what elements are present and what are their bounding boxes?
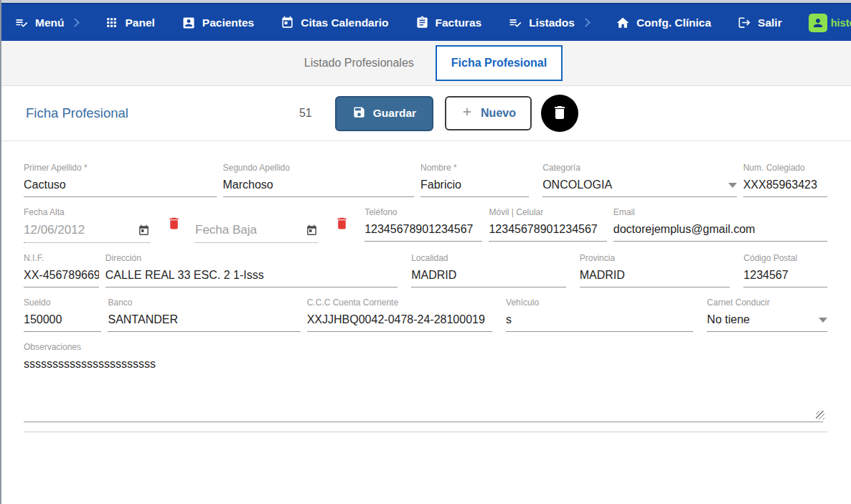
fecha-baja-input[interactable]: Fecha Baja: [195, 221, 318, 243]
professional-form: Primer Apellido * Segundo Apellido Nombr…: [1, 141, 851, 432]
delete-record-button[interactable]: [541, 95, 578, 132]
field-banco: Banco: [108, 298, 300, 332]
chevron-down-icon: [728, 183, 737, 188]
num-colegiado-input[interactable]: [743, 176, 827, 197]
sueldo-input[interactable]: [24, 311, 101, 332]
provincia-input[interactable]: [580, 267, 730, 287]
nav-item-pacientes[interactable]: Pacientes: [182, 16, 254, 30]
save-button[interactable]: Guardar: [335, 96, 433, 131]
nav-item-salir[interactable]: Salir: [738, 16, 782, 29]
direccion-input[interactable]: [105, 267, 398, 287]
form-row-3: N.I.F. Dirección Localidad Provincia Cód…: [24, 253, 827, 287]
user-icon: [809, 14, 827, 32]
app-window: Menú Panel Pacientes Citas Calendario Fa…: [0, 0, 851, 504]
field-label: Categoría: [542, 163, 736, 173]
field-label: Email: [613, 207, 827, 217]
email-input[interactable]: [613, 221, 827, 242]
field-label: Provincia: [580, 253, 730, 263]
field-provincia: Provincia: [580, 253, 730, 287]
field-categoria: Categoría ONCOLOGIA: [542, 163, 736, 197]
field-fecha-baja: Fecha Baja: [195, 207, 318, 243]
save-floppy-icon: [352, 105, 366, 122]
field-label: Fecha Alta: [24, 207, 150, 217]
field-telefono: Teléfono: [365, 207, 482, 243]
field-label: Segundo Apellido: [223, 163, 415, 173]
fecha-alta-input[interactable]: 12/06/2012: [24, 221, 150, 243]
playlist-check-icon: [14, 16, 29, 30]
tab-listado-profesionales[interactable]: Listado Profesionales: [290, 47, 428, 80]
save-button-label: Guardar: [373, 107, 416, 120]
fecha-baja-placeholder: Fecha Baja: [195, 223, 306, 237]
ccc-input[interactable]: [307, 311, 492, 332]
nav-item-label: Facturas: [436, 16, 482, 29]
resize-handle[interactable]: [816, 411, 824, 419]
field-label: Localidad: [411, 253, 566, 263]
field-codigo-postal: Código Postal: [743, 253, 827, 287]
grid-icon: [105, 16, 118, 29]
field-primer-apellido: Primer Apellido *: [24, 163, 217, 197]
record-id: 51: [299, 107, 312, 120]
nav-item-listados[interactable]: Listados: [508, 16, 589, 30]
codigo-postal-input[interactable]: [743, 267, 827, 287]
field-vehiculo: Vehículo: [506, 298, 693, 332]
banco-input[interactable]: [108, 311, 300, 332]
clear-fecha-alta-button[interactable]: [166, 207, 182, 239]
nav-item-label: Menú: [35, 16, 64, 29]
field-ccc: C.C.C Cuenta Corriente: [307, 298, 492, 332]
page-title: Ficha Profesional: [26, 105, 128, 121]
nombre-input[interactable]: [420, 176, 529, 197]
nav-item-confg-clinica[interactable]: Confg. Clínica: [616, 16, 711, 30]
nav-item-menu[interactable]: Menú: [14, 16, 78, 30]
localidad-input[interactable]: [411, 267, 566, 287]
field-label: Dirección: [105, 253, 398, 263]
field-label: Num. Colegiado: [743, 163, 827, 173]
nav-item-citas-calendario[interactable]: Citas Calendario: [281, 16, 388, 29]
primer-apellido-input[interactable]: [24, 176, 217, 197]
field-movil: Móvil | Celular: [489, 207, 606, 243]
field-label: Nombre *: [420, 163, 529, 173]
observaciones-textarea[interactable]: sssssssssssssssssssssss: [24, 356, 823, 422]
field-label: Carnet Conducir: [707, 298, 827, 308]
nav-item-label: Listados: [529, 16, 575, 29]
movil-input[interactable]: [489, 221, 606, 242]
carnet-conducir-select[interactable]: No tiene: [707, 311, 827, 332]
field-segundo-apellido: Segundo Apellido: [223, 163, 415, 197]
tab-bar: Listado Profesionales Ficha Profesional: [1, 41, 851, 86]
field-observaciones: Observaciones sssssssssssssssssssssss: [24, 342, 827, 425]
nav-item-facturas[interactable]: Facturas: [415, 16, 482, 29]
clear-fecha-baja-button[interactable]: [334, 207, 349, 239]
nif-input[interactable]: [24, 267, 99, 287]
new-button-label: Nuevo: [481, 107, 516, 120]
nav-item-label: Panel: [125, 16, 154, 29]
new-button[interactable]: Nuevo: [445, 96, 532, 130]
field-label: Vehículo: [506, 298, 693, 308]
categoria-select[interactable]: ONCOLOGIA: [542, 176, 736, 197]
plus-icon: [461, 105, 474, 121]
vehiculo-input[interactable]: [506, 311, 693, 332]
segundo-apellido-input[interactable]: [223, 176, 415, 197]
field-localidad: Localidad: [411, 253, 566, 287]
top-navbar: Menú Panel Pacientes Citas Calendario Fa…: [1, 3, 851, 41]
carnet-conducir-value: No tiene: [707, 313, 814, 326]
nav-item-panel[interactable]: Panel: [105, 16, 154, 29]
field-label: Observaciones: [24, 342, 827, 352]
nav-item-label: Salir: [758, 16, 782, 29]
field-direccion: Dirección: [105, 253, 398, 287]
user-badge[interactable]: historiasclinicasin: [809, 14, 851, 32]
field-nif: N.I.F.: [24, 253, 99, 287]
telefono-input[interactable]: [365, 221, 482, 242]
tab-ficha-profesional[interactable]: Ficha Profesional: [436, 45, 563, 81]
clipboard-icon: [415, 16, 429, 29]
field-label: Primer Apellido *: [24, 163, 217, 173]
nav-item-label: Confg. Clínica: [636, 16, 711, 29]
form-row-2: Fecha Alta 12/06/2012 Fecha Baja Teléfon…: [24, 207, 827, 243]
field-email: Email: [613, 207, 827, 243]
calendar-picker-icon[interactable]: [306, 224, 318, 237]
calendar-picker-icon[interactable]: [138, 224, 150, 237]
categoria-value: ONCOLOGIA: [542, 179, 723, 191]
playlist-check-icon: [508, 16, 522, 30]
nav-item-label: Citas Calendario: [301, 16, 388, 29]
field-fecha-alta: Fecha Alta 12/06/2012: [24, 207, 150, 243]
field-sueldo: Sueldo: [24, 298, 101, 332]
trash-icon: [551, 104, 568, 123]
